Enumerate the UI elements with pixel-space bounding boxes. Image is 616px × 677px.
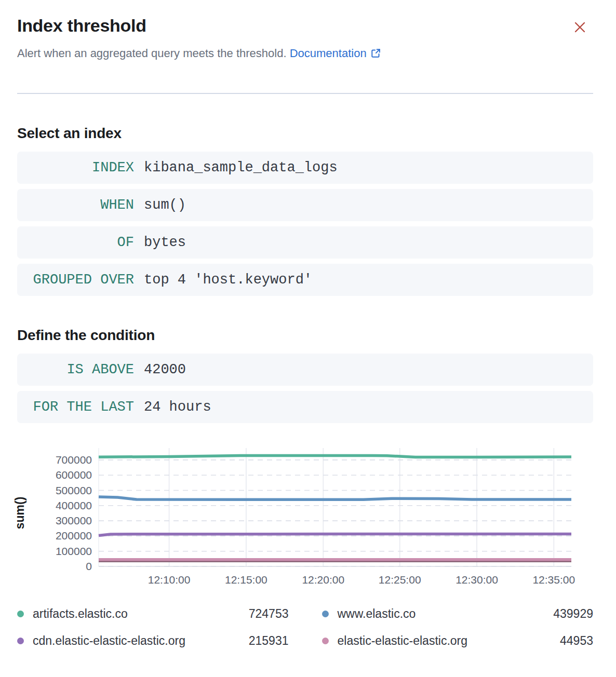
close-icon: [573, 20, 587, 34]
flyout-subtitle: Alert when an aggregated query meets the…: [17, 45, 593, 63]
time-window-expression[interactable]: FOR THE LAST 24 hours: [17, 391, 593, 423]
svg-text:600000: 600000: [56, 469, 92, 481]
external-link-icon: [370, 47, 381, 63]
threshold-expression[interactable]: IS ABOVE 42000: [17, 354, 593, 386]
svg-text:700000: 700000: [56, 454, 92, 466]
svg-text:200000: 200000: [56, 530, 92, 542]
expression-keyword: IS ABOVE: [17, 362, 134, 377]
legend-item: www.elastic.co 439929: [322, 606, 594, 621]
svg-text:300000: 300000: [56, 514, 92, 526]
expression-value: kibana_sample_data_logs: [144, 160, 338, 175]
expression-keyword: GROUPED OVER: [17, 272, 134, 288]
threshold-preview-chart: 12:10:0012:15:0012:20:0012:25:0012:30:00…: [0, 442, 616, 598]
legend-item: artifacts.elastic.co 724753: [17, 606, 289, 621]
legend-value: 215931: [249, 634, 289, 648]
expression-value: top 4 'host.keyword': [144, 272, 312, 288]
expression-value: 42000: [144, 362, 186, 377]
expression-value: bytes: [144, 235, 186, 250]
svg-text:100000: 100000: [56, 545, 92, 557]
svg-text:12:25:00: 12:25:00: [379, 574, 421, 586]
legend-label: artifacts.elastic.co: [33, 607, 128, 621]
chart-legend: artifacts.elastic.co 724753 www.elastic.…: [17, 606, 593, 648]
legend-item: elastic-elastic-elastic.org 44953: [322, 633, 594, 648]
legend-label: www.elastic.co: [338, 607, 416, 621]
condition-expressions: IS ABOVE 42000 FOR THE LAST 24 hours: [17, 354, 593, 423]
legend-value: 439929: [553, 607, 593, 621]
expression-keyword: INDEX: [17, 160, 134, 175]
expression-keyword: WHEN: [17, 197, 134, 213]
threshold-chart-svg: 12:10:0012:15:0012:20:0012:25:0012:30:00…: [0, 442, 616, 598]
documentation-link[interactable]: Documentation: [290, 47, 381, 60]
legend-dot-icon: [322, 611, 329, 617]
svg-text:12:15:00: 12:15:00: [225, 574, 267, 586]
index-expression[interactable]: INDEX kibana_sample_data_logs: [17, 152, 593, 184]
legend-dot-icon: [17, 611, 24, 617]
expression-value: 24 hours: [144, 399, 211, 415]
svg-text:sum(): sum(): [13, 497, 26, 530]
flyout-header: Index threshold Alert when an aggregated…: [17, 15, 593, 63]
legend-label: elastic-elastic-elastic.org: [338, 634, 468, 648]
legend-item: cdn.elastic-elastic-elastic.org 215931: [17, 633, 289, 648]
page-title: Index threshold: [17, 15, 593, 37]
select-index-expressions: INDEX kibana_sample_data_logs WHEN sum()…: [17, 152, 593, 296]
subtitle-text: Alert when an aggregated query meets the…: [17, 47, 287, 60]
legend-label: cdn.elastic-elastic-elastic.org: [33, 634, 185, 648]
of-expression[interactable]: OF bytes: [17, 226, 593, 259]
select-index-heading: Select an index: [17, 125, 593, 142]
svg-text:0: 0: [86, 560, 92, 572]
legend-value: 724753: [249, 607, 289, 621]
svg-text:12:20:00: 12:20:00: [302, 574, 344, 586]
svg-text:12:35:00: 12:35:00: [532, 574, 575, 586]
svg-text:12:30:00: 12:30:00: [456, 574, 498, 586]
svg-text:500000: 500000: [56, 484, 92, 496]
grouped-over-expression[interactable]: GROUPED OVER top 4 'host.keyword': [17, 264, 593, 296]
svg-text:400000: 400000: [56, 499, 92, 511]
close-button[interactable]: [570, 18, 589, 36]
header-divider: [17, 93, 593, 94]
expression-keyword: FOR THE LAST: [17, 399, 134, 415]
legend-dot-icon: [322, 638, 329, 644]
expression-keyword: OF: [17, 235, 134, 250]
condition-heading: Define the condition: [17, 327, 593, 344]
legend-dot-icon: [17, 638, 24, 644]
expression-value: sum(): [144, 197, 186, 213]
when-expression[interactable]: WHEN sum(): [17, 189, 593, 221]
svg-text:12:10:00: 12:10:00: [148, 574, 191, 586]
legend-value: 44953: [560, 634, 593, 648]
